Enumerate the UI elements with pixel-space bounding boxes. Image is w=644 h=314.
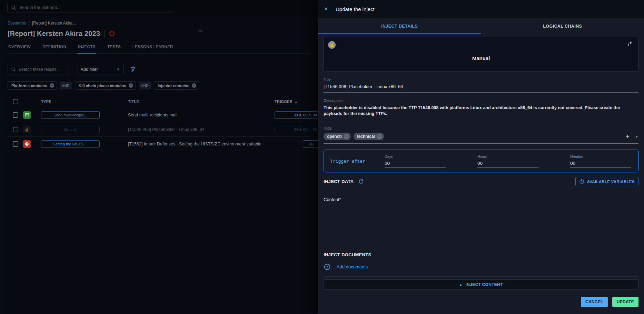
title-field-input[interactable]: [T1546.008] Placeholder - Linux x86_64	[324, 84, 638, 89]
drawer-tabs: INJECT DETAILS LOGICAL CHAINS	[318, 18, 644, 34]
filter-chip-label: Injector contains	[158, 84, 189, 88]
column-header-type[interactable]: TYPE	[41, 99, 128, 104]
inject-data-heading: INJECT DATA	[324, 179, 354, 184]
clear-filters-icon[interactable]	[130, 66, 136, 73]
scenario-status-icon	[109, 31, 115, 36]
results-search-input[interactable]	[19, 67, 66, 72]
platform-search[interactable]	[7, 3, 172, 12]
update-button[interactable]: UPDATE	[612, 297, 638, 307]
days-label: Days	[385, 154, 446, 159]
trigger-columns: Days 00 Hours 00 Minutes 00	[385, 154, 631, 168]
row-checkbox[interactable]	[13, 112, 18, 118]
add-documents-button[interactable]: Add documents	[324, 263, 638, 270]
tab-lessons-learned[interactable]: LESSONS LEARNED	[132, 43, 174, 53]
sort-ascending-icon: ▲	[295, 101, 297, 104]
column-header-title[interactable]: TITLE	[128, 99, 267, 104]
days-input[interactable]: 00	[385, 161, 446, 166]
inject-documents-heading: INJECT DOCUMENTS	[324, 252, 638, 257]
remove-filter-icon[interactable]: ✕	[129, 83, 133, 88]
table-row[interactable]: ☝ Manual [T1546.008] Placeholder - Linux…	[8, 122, 311, 137]
cancel-button[interactable]: CANCEL	[581, 297, 608, 307]
row-checkbox[interactable]	[13, 127, 18, 132]
trigger-chip: 00 d, 00 h, 00 m	[275, 111, 318, 119]
tag-chip-technical[interactable]: technical ✕	[354, 133, 384, 140]
inject-type-chip[interactable]: Setting the HISTSI...	[41, 140, 100, 148]
drawer-body: ☝ Manual Title [T1546.008] Placeholder -…	[318, 34, 644, 314]
trigger-days: Days 00	[385, 154, 446, 168]
minutes-input[interactable]: 00	[570, 161, 631, 166]
tags-field: Tags opencti ✕ technical ✕ + ▼	[324, 126, 638, 144]
results-search[interactable]	[8, 64, 69, 75]
available-variables-button[interactable]: AVAILABLE VARIABLES	[575, 177, 638, 186]
table-row[interactable]: Setting the HISTSI... [T1562] Impair Def…	[8, 137, 311, 151]
close-icon[interactable]: ✕	[324, 6, 331, 12]
remove-tag-icon[interactable]: ✕	[344, 134, 349, 139]
list-controls: Add filter ▼	[8, 64, 311, 75]
breadcrumb-scenarios-link[interactable]: Scenarios	[8, 21, 26, 26]
add-documents-label: Add documents	[337, 264, 368, 269]
trigger-hours: Hours 00	[477, 154, 538, 168]
hours-input[interactable]: 00	[477, 161, 538, 166]
filter-operator[interactable]: AND	[139, 82, 151, 89]
filter-chip-label: Platforms contains	[11, 84, 47, 88]
chevron-down-icon[interactable]: ▼	[635, 135, 638, 139]
inject-content-collapse-button[interactable]: ▲ INJECT CONTENT	[324, 279, 638, 289]
select-all-checkbox[interactable]	[13, 99, 18, 104]
manual-hand-icon: ☝	[23, 126, 31, 133]
tab-logical-chains[interactable]: LOGICAL CHAINS	[481, 18, 644, 34]
add-tag-icon[interactable]: +	[626, 133, 630, 140]
filter-chip-kill-chain[interactable]: Kill chain phase contains ✕	[75, 81, 136, 90]
filter-operator[interactable]: AND	[60, 82, 72, 89]
inject-type-chip[interactable]: Manual	[41, 126, 100, 133]
scenario-page: Scenarios / [Report] Kersten Akira... [R…	[0, 0, 318, 314]
tags-field-label: Tags	[324, 126, 638, 130]
input-underline	[324, 92, 638, 93]
description-field-input[interactable]: This placeholder is disabled because the…	[324, 105, 638, 117]
active-filters: Platforms contains ✕ AND Kill chain phas…	[8, 81, 311, 90]
column-header-trigger-label: TRIGGER	[275, 99, 293, 104]
description-field-label: Description	[324, 98, 638, 103]
platform-search-input[interactable]	[19, 5, 168, 10]
remove-filter-icon[interactable]: ✕	[192, 83, 196, 88]
manual-injector-avatar: ☝	[328, 41, 336, 49]
collapse-up-icon: ▲	[459, 283, 462, 286]
filter-chip-injector[interactable]: Injector contains ✕	[154, 81, 199, 90]
row-checkbox[interactable]	[13, 141, 18, 147]
trigger-chip: 00 d, 00 h, 00 m	[275, 126, 318, 133]
drawer-footer: CANCEL UPDATE	[324, 297, 638, 307]
remove-filter-icon[interactable]: ✕	[50, 83, 54, 88]
page-title: [Report] Kersten Akira 2023	[8, 30, 100, 38]
add-filter-select[interactable]: Add filter ▼	[77, 64, 124, 75]
tab-inject-details[interactable]: INJECT DETAILS	[318, 18, 481, 34]
tags-line: opencti ✕ technical ✕ + ▼	[324, 133, 638, 140]
input-underline	[324, 143, 638, 144]
input-underline	[570, 168, 631, 168]
scenario-tabs: OVERVIEW DEFINITION INJECTS TESTS LESSON…	[8, 43, 311, 54]
minutes-label: Minutes	[570, 154, 631, 159]
column-header-trigger[interactable]: TRIGGER▲	[267, 99, 318, 104]
breadcrumb-separator: /	[28, 21, 29, 26]
filter-chip-platforms[interactable]: Platforms contains ✕	[8, 81, 57, 90]
refresh-icon[interactable]	[358, 179, 364, 184]
injects-table: TYPE TITLE TRIGGER▲ Send multi-recipie..…	[8, 95, 311, 151]
table-row[interactable]: Send multi-recipie... Send multi-recipie…	[8, 108, 311, 122]
inject-chain-icon[interactable]	[627, 41, 634, 47]
tab-injects[interactable]: INJECTS	[77, 43, 96, 54]
divider	[324, 276, 638, 277]
title-row: [Report] Kersten Akira 2023	[8, 30, 311, 38]
title-field: Title [T1546.008] Placeholder - Linux x8…	[324, 77, 638, 93]
tag-chip-opencti[interactable]: opencti ✕	[324, 133, 351, 140]
tab-definition[interactable]: DEFINITION	[42, 43, 67, 53]
remove-tag-icon[interactable]: ✕	[377, 134, 382, 139]
update-inject-drawer: ✕ Update the inject INJECT DETAILS LOGIC…	[318, 0, 644, 314]
title-divider	[105, 30, 105, 37]
tab-overview[interactable]: OVERVIEW	[8, 43, 31, 53]
available-variables-label: AVAILABLE VARIABLES	[587, 180, 635, 184]
inject-type-chip[interactable]: Send multi-recipie...	[41, 111, 100, 119]
drawer-title: Update the inject	[336, 6, 375, 12]
tab-tests[interactable]: TESTS	[107, 43, 121, 53]
content-editor-area[interactable]	[324, 202, 638, 252]
trigger-after-box: Trigger after Days 00 Hours 00 Minutes 0…	[324, 150, 638, 172]
trigger-chip: 00	[303, 140, 318, 148]
inject-title: [T1562] Impair Defenses - Setting the HI…	[128, 142, 267, 146]
